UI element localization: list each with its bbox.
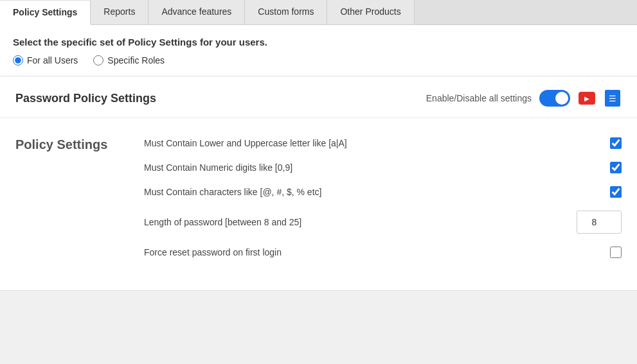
setting-row-password-length: Length of password [between 8 and 25] [144, 204, 622, 240]
tab-reports[interactable]: Reports [91, 0, 148, 24]
password-length-input[interactable] [577, 211, 622, 234]
doc-button[interactable] [604, 89, 622, 107]
tab-custom-forms[interactable]: Custom forms [245, 0, 327, 24]
setting-control-1 [589, 162, 622, 173]
radio-specific-roles-input[interactable] [93, 55, 103, 65]
setting-label-0: Must Contain Lower and Uppercase letter … [144, 138, 589, 148]
select-users-section: Select the specific set of Policy Settin… [0, 25, 637, 76]
youtube-icon [579, 92, 595, 105]
setting-row-numeric: Must Contain Numeric digits like [0,9] [144, 155, 622, 180]
enable-disable-label: Enable/Disable all settings [426, 93, 532, 103]
youtube-button[interactable] [578, 89, 596, 107]
password-policy-section: Password Policy Settings Enable/Disable … [0, 76, 637, 291]
checkbox-numeric[interactable] [610, 162, 622, 173]
main-content: Select the specific set of Policy Settin… [0, 25, 637, 291]
radio-specific-roles-label: Specific Roles [107, 55, 165, 65]
policy-left: Policy Settings [15, 131, 144, 264]
setting-label-4: Force reset password on first login [144, 247, 589, 257]
policy-settings-list: Must Contain Lower and Uppercase letter … [144, 131, 622, 264]
setting-row-special-chars: Must Contain characters like [@, #, $, %… [144, 180, 622, 204]
setting-control-0 [589, 137, 622, 149]
policy-header-title: Password Policy Settings [15, 92, 156, 105]
enable-all-toggle[interactable] [539, 90, 570, 107]
radio-all-users[interactable]: For all Users [13, 55, 78, 65]
checkbox-lowercase-uppercase[interactable] [610, 137, 622, 149]
tab-bar: Policy Settings Reports Advance features… [0, 0, 637, 25]
setting-row-lowercase-uppercase: Must Contain Lower and Uppercase letter … [144, 131, 622, 155]
tab-policy-settings[interactable]: Policy Settings [0, 1, 91, 25]
setting-row-force-reset: Force reset password on first login [144, 240, 622, 264]
setting-label-3: Length of password [between 8 and 25] [144, 217, 577, 227]
select-section-heading: Select the specific set of Policy Settin… [13, 37, 624, 48]
setting-label-1: Must Contain Numeric digits like [0,9] [144, 162, 589, 173]
tab-advance-features[interactable]: Advance features [148, 0, 245, 24]
bottom-divider [0, 290, 637, 291]
radio-group: For all Users Specific Roles [13, 55, 624, 65]
policy-header: Password Policy Settings Enable/Disable … [0, 76, 637, 118]
policy-settings-label: Policy Settings [15, 137, 107, 152]
checkbox-special-chars[interactable] [610, 186, 622, 198]
header-right: Enable/Disable all settings [426, 89, 622, 107]
setting-control-3 [577, 211, 622, 234]
toggle-slider [539, 90, 570, 107]
policy-body: Policy Settings Must Contain Lower and U… [0, 118, 637, 284]
setting-label-2: Must Contain characters like [@, #, $, %… [144, 187, 589, 197]
tab-other-products[interactable]: Other Products [327, 0, 414, 24]
doc-icon [605, 90, 620, 107]
setting-control-2 [589, 186, 622, 198]
radio-all-users-label: For all Users [27, 55, 78, 65]
radio-specific-roles[interactable]: Specific Roles [93, 55, 165, 65]
radio-all-users-input[interactable] [13, 55, 23, 65]
checkbox-force-reset[interactable] [610, 247, 622, 258]
setting-control-4 [589, 247, 622, 258]
